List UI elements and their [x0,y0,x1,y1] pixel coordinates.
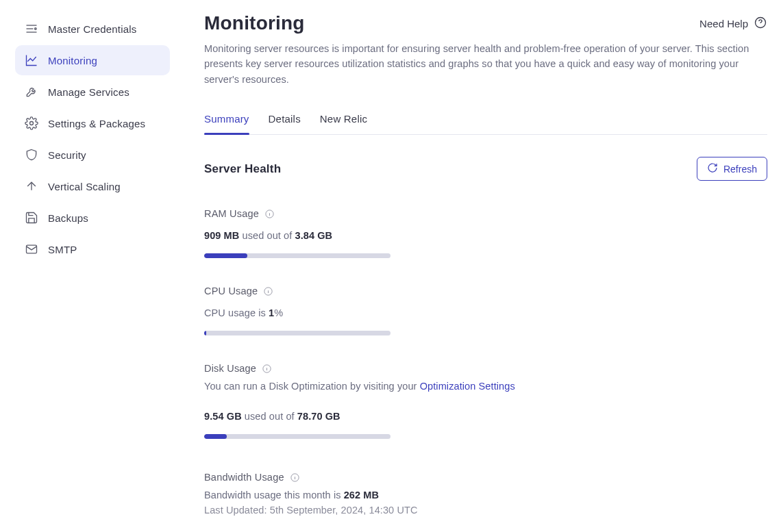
page-description: Monitoring server resources is important… [204,41,752,87]
nav-label: Master Credentials [48,23,136,35]
nav-label: Settings & Packages [48,118,145,129]
svg-point-4 [30,122,34,125]
cpu-suffix: % [274,307,283,318]
nav-backups[interactable]: Backups [15,203,170,233]
disk-progress-fill [204,434,227,439]
info-icon[interactable] [290,472,300,483]
optimization-settings-link[interactable]: Optimization Settings [420,381,515,392]
disk-hint: You can run a Disk Optimization by visit… [204,381,767,392]
sidebar: Master Credentials Monitoring Manage Ser… [0,0,178,532]
cpu-prefix: CPU usage is [204,307,269,318]
bandwidth-value: 262 MB [344,490,379,501]
info-icon[interactable] [263,286,273,296]
info-icon[interactable] [264,209,275,219]
refresh-button[interactable]: Refresh [697,157,767,181]
svg-rect-6 [27,245,37,253]
cpu-value-line: CPU usage is 1% [204,307,767,318]
chart-icon [25,53,38,67]
disk-label: Disk Usage [204,363,256,374]
bandwidth-block: Bandwidth Usage Bandwidth usage this mon… [204,472,767,532]
nav-vertical-scaling[interactable]: Vertical Scaling [15,171,170,201]
nav-label: Vertical Scaling [48,181,121,192]
nav-label: Security [48,149,86,161]
cpu-progress-fill [204,331,206,335]
server-health-title: Server Health [204,162,281,176]
wrench-icon [25,85,38,99]
disk-usage-block: Disk Usage You can run a Disk Optimizati… [204,363,767,439]
main-content: Monitoring Need Help Monitoring server r… [178,0,781,532]
disk-value-line: 9.54 GB used out of 78.70 GB [204,411,767,422]
refresh-label: Refresh [723,164,757,175]
page-title: Monitoring [204,12,305,34]
nav-monitoring[interactable]: Monitoring [15,45,170,75]
save-icon [25,211,38,225]
ram-used: 909 MB [204,230,239,241]
disk-total: 78.70 GB [297,411,340,422]
nav-label: SMTP [48,244,77,255]
cpu-progress [204,331,390,335]
disk-used: 9.54 GB [204,411,242,422]
nav-settings-packages[interactable]: Settings & Packages [15,108,170,138]
bandwidth-updated: Last Updated: 5th September, 2024, 14:30… [204,505,767,516]
disk-hint-prefix: You can run a Disk Optimization by visit… [204,381,420,392]
cpu-usage-block: CPU Usage CPU usage is 1% [204,286,767,335]
ram-progress-fill [204,253,247,258]
bandwidth-usage-line: Bandwidth usage this month is 262 MB [204,490,767,501]
nav-smtp[interactable]: SMTP [15,234,170,264]
ram-label: RAM Usage [204,208,259,219]
menu-icon [25,22,38,36]
nav-manage-services[interactable]: Manage Services [15,77,170,107]
shield-icon [25,148,38,162]
nav-label: Monitoring [48,55,97,66]
need-help-link[interactable]: Need Help [699,16,767,31]
bandwidth-label: Bandwidth Usage [204,472,284,483]
nav-security[interactable]: Security [15,140,170,170]
info-icon[interactable] [262,364,272,374]
ram-total: 3.84 GB [295,230,332,241]
ram-usage-block: RAM Usage 909 MB used out of 3.84 GB [204,208,767,258]
tab-details[interactable]: Details [269,106,301,134]
help-icon [754,16,767,31]
tab-new-relic[interactable]: New Relic [320,106,367,134]
nav-master-credentials[interactable]: Master Credentials [15,14,170,44]
svg-point-3 [35,28,37,30]
gear-icon [25,116,38,130]
bandwidth-prefix: Bandwidth usage this month is [204,490,344,501]
nav-label: Backups [48,212,88,224]
nav-label: Manage Services [48,86,129,98]
ram-value-line: 909 MB used out of 3.84 GB [204,230,767,241]
arrow-up-icon [25,179,38,193]
tab-summary[interactable]: Summary [204,106,249,134]
ram-mid: used out of [239,230,295,241]
ram-progress [204,253,390,258]
tabs: Summary Details New Relic [204,106,767,135]
disk-mid: used out of [242,411,297,422]
mail-icon [25,242,38,256]
help-label: Need Help [699,18,748,29]
disk-progress [204,434,390,439]
cpu-value: 1 [269,307,274,318]
cpu-label: CPU Usage [204,286,258,296]
refresh-icon [707,162,718,175]
